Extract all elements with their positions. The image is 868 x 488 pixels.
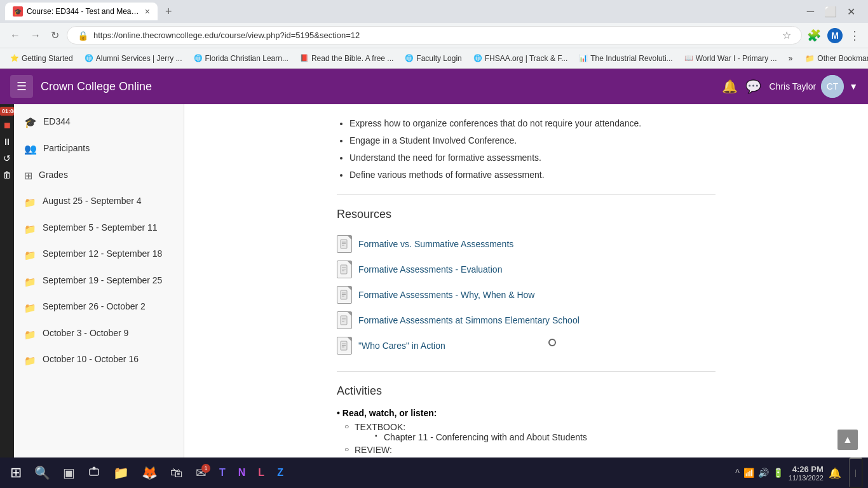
scroll-top-button[interactable]: ▲ [837, 430, 858, 450]
start-button[interactable]: ⊞ [5, 462, 27, 484]
graduation-cap-icon: 🎓 [24, 116, 37, 130]
notifications-button[interactable]: 🔔 [722, 79, 738, 94]
firefox-taskbar-button[interactable]: 🦊 [137, 463, 163, 483]
review-sub-item: REVIEW: [347, 445, 715, 455]
bookmark-florida[interactable]: 🌐 Florida Christian Learn... [189, 52, 294, 65]
active-tab[interactable]: 🎓 Course: ED344 - Test and Meas... × [5, 3, 158, 20]
zoom-taskbar-button[interactable]: Z [272, 464, 288, 481]
sidebar-label-sep5: September 5 - September 11 [43, 222, 158, 233]
delete-recording-button[interactable]: 🗑 [0, 168, 14, 182]
new-tab-button[interactable]: + [163, 5, 175, 18]
sidebar-item-oct3-oct9[interactable]: 📁 October 3 - October 9 [14, 321, 184, 348]
bookmark-alumni[interactable]: 🌐 Alumni Services | Jerry ... [79, 52, 187, 65]
files-taskbar-button[interactable]: 📁 [108, 463, 134, 483]
bookmark-industrial[interactable]: 📊 The Industrial Revoluti... [574, 52, 677, 65]
sidebar-item-oct10-oct16[interactable]: 📁 October 10 - October 16 [14, 347, 184, 374]
extensions-icon[interactable]: 🧩 [807, 29, 821, 43]
bookmark-faculty[interactable]: 🌐 Faculty Login [400, 52, 466, 65]
url-bar[interactable]: 🔒 https://online.thecrowncollege.edu/cou… [67, 26, 802, 44]
sidebar-label-grades: Grades [39, 169, 68, 180]
folder-sep12-icon: 📁 [24, 249, 36, 262]
sidebar-label-ed344: ED344 [43, 116, 71, 127]
objective-item: Express how to organize conferences that… [349, 117, 715, 130]
back-button[interactable]: ← [8, 27, 23, 44]
resource-link-2[interactable]: Formative Assessments - Evaluation [358, 264, 502, 274]
resource-item-1[interactable]: Formative vs. Summative Assessments [337, 231, 715, 257]
battery-icon[interactable]: 🔋 [773, 468, 783, 478]
close-button[interactable]: ✕ [847, 6, 855, 18]
bookmark-more[interactable]: » [783, 52, 798, 65]
textbook-sub-item: TEXTBOOK: Chapter 11 - Conferencing with… [347, 422, 715, 442]
sidebar-item-sep5-sep11[interactable]: 📁 September 5 - September 11 [14, 215, 184, 242]
maximize-button[interactable]: ⬜ [824, 6, 837, 18]
bookmark-label: Alumni Services | Jerry ... [96, 54, 182, 63]
resource-item-2[interactable]: Formative Assessments - Evaluation [337, 257, 715, 282]
sidebar-label-participants: Participants [43, 142, 90, 154]
user-menu-chevron[interactable]: ▼ [849, 81, 858, 92]
messages-button[interactable]: 💬 [745, 79, 761, 94]
resource-link-5[interactable]: "Who Cares" in Action [358, 341, 445, 351]
sidebar-item-ed344[interactable]: 🎓 ED344 [14, 109, 184, 136]
search-taskbar-button[interactable]: 🔍 [29, 463, 55, 483]
sidebar-item-participants[interactable]: 👥 Participants [14, 136, 184, 163]
teams2-taskbar-button[interactable]: T [214, 464, 231, 481]
sidebar-item-aug25-sep4[interactable]: 📁 August 25 - September 4 [14, 189, 184, 215]
teams-taskbar-button[interactable] [83, 463, 105, 484]
show-desktop-button[interactable]: | [849, 458, 863, 488]
replay-recording-button[interactable]: ↺ [0, 151, 14, 165]
bookmark-label: The Industrial Revoluti... [590, 54, 672, 63]
mail-taskbar-button[interactable]: ✉ 1 [191, 463, 212, 483]
resource-link-3[interactable]: Formative Assessments - Why, When & How [358, 290, 534, 300]
menu-icon[interactable]: ⋮ [849, 29, 860, 43]
sidebar-label-sep19: September 19 - September 25 [43, 274, 162, 286]
florida-icon: 🌐 [194, 54, 203, 62]
bookmark-bible[interactable]: 📕 Read the Bible. A free ... [295, 52, 398, 65]
activity-read-label: • Read, watch, or listen: [337, 408, 715, 418]
bookmark-worldwar[interactable]: 📖 World War I - Primary ... [679, 52, 782, 65]
bookmark-star-icon[interactable]: ☆ [782, 29, 791, 41]
taskview-button[interactable]: ▣ [58, 463, 80, 483]
system-tray-icons: ^ 📶 🔊 🔋 [735, 468, 783, 478]
sidebar-item-grades[interactable]: ⊞ Grades [14, 163, 184, 189]
minimize-button[interactable]: ─ [807, 6, 814, 17]
taskbar-clock[interactable]: 4:26 PM 11/13/2022 [789, 464, 824, 482]
industrial-icon: 📊 [579, 54, 588, 62]
sidebar-label-oct3: October 3 - October 9 [43, 327, 128, 339]
recording-time: 01:08 [0, 107, 14, 116]
pause-recording-button[interactable]: ⏸ [0, 135, 14, 149]
sidebar-item-sep12-sep18[interactable]: 📁 September 12 - September 18 [14, 241, 184, 268]
sidebar-label-sep12: September 12 - September 18 [43, 248, 162, 259]
resource-item-5[interactable]: "Who Cares" in Action [337, 333, 715, 358]
chevron-tray-icon[interactable]: ^ [735, 468, 740, 478]
bookmark-getting-started[interactable]: ⭐ Getting Started [5, 52, 78, 65]
volume-icon[interactable]: 🔊 [758, 468, 769, 478]
stop-recording-button[interactable]: ⏹ [0, 118, 14, 132]
user-menu[interactable]: Chris Taylor ▼ [769, 75, 858, 98]
forward-button[interactable]: → [28, 27, 43, 44]
profile-icon[interactable]: M [827, 28, 843, 43]
resource-link-4[interactable]: Formative Assessments at Simmons Element… [358, 315, 580, 325]
resource-item-3[interactable]: Formative Assessments - Why, When & How [337, 282, 715, 308]
security-icon: 🔒 [78, 30, 88, 41]
bookmark-fhsaa[interactable]: 🌐 FHSAA.org | Track & F... [468, 52, 573, 65]
onenote-taskbar-button[interactable]: N [233, 464, 251, 481]
sidebar-item-sep26-oct2[interactable]: 📁 September 26 - October 2 [14, 294, 184, 321]
tab-close-button[interactable]: × [145, 6, 150, 17]
resource-link-1[interactable]: Formative vs. Summative Assessments [358, 239, 513, 249]
folder-aug-icon: 📁 [24, 196, 36, 209]
folder-sep5-icon: 📁 [24, 223, 36, 236]
loop-taskbar-button[interactable]: L [253, 464, 269, 481]
bookmark-other-folder[interactable]: 📁 Other Bookmarks [800, 52, 868, 65]
sidebar-item-sep19-sep25[interactable]: 📁 September 19 - September 25 [14, 268, 184, 295]
resource-item-4[interactable]: Formative Assessments at Simmons Element… [337, 308, 715, 333]
objective-item: Understand the need for formative assess… [349, 151, 715, 165]
network-icon[interactable]: 📶 [743, 468, 754, 478]
notification-center-icon[interactable]: 🔔 [829, 467, 841, 479]
refresh-button[interactable]: ↻ [48, 27, 62, 44]
store-taskbar-button[interactable]: 🛍 [165, 463, 188, 483]
header-icons: 🔔 💬 Chris Taylor ▼ [722, 75, 858, 98]
bookmark-label: Other Bookmarks [817, 54, 868, 63]
hamburger-menu-button[interactable]: ☰ [10, 75, 33, 98]
app-header: ☰ Crown College Online 🔔 💬 Chris Taylor … [0, 69, 868, 104]
user-avatar [821, 75, 844, 98]
